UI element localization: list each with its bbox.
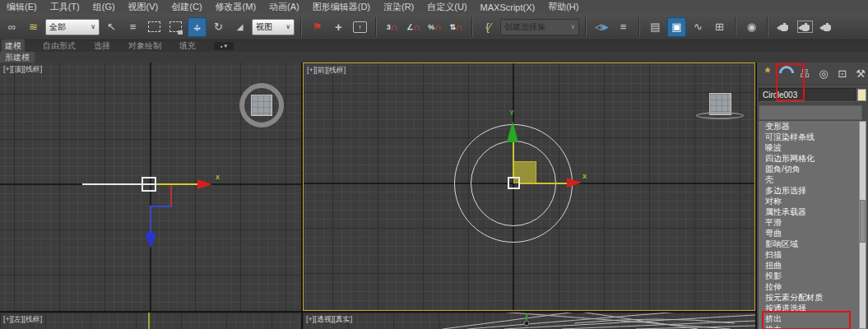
create-tab-icon[interactable]: * (760, 65, 775, 81)
percent-snap-toggle-icon[interactable]: %∩ (425, 17, 444, 37)
select-and-link-icon[interactable]: ∞ (2, 17, 21, 37)
modifier-item[interactable]: 圆角/切角 (759, 164, 859, 174)
viewport-front-label[interactable]: [+][前][线框] (307, 65, 346, 76)
render-production-icon[interactable] (817, 17, 836, 37)
gizmo-y-arrow-icon[interactable] (507, 121, 518, 142)
material-editor-icon[interactable]: ◉ (742, 17, 761, 37)
magnet-icon: ∩ (434, 23, 442, 31)
menu-customize[interactable]: 自定义(U) (420, 1, 473, 13)
select-and-move-button[interactable]: ↔↕ (188, 17, 207, 37)
modifier-item[interactable]: 噪波 (759, 142, 859, 153)
gizmo-plane-handle-red[interactable] (170, 185, 172, 207)
scrollbar-thumb[interactable] (860, 200, 866, 243)
viewport-left[interactable]: [+][左][线框] (0, 313, 301, 329)
modifier-list-dropdown[interactable] (759, 105, 862, 120)
gizmo-x-arrow-icon[interactable] (197, 179, 212, 189)
select-by-name-icon[interactable]: ≡ (123, 17, 142, 37)
gizmo-x-axis[interactable] (156, 183, 197, 185)
ribbon-minimize-dropdown[interactable]: ▪▾ (214, 42, 234, 50)
gizmo-y-axis[interactable] (150, 207, 151, 233)
modifier-item[interactable]: 投影 (759, 271, 859, 281)
modifier-item[interactable]: 多边形选择 (759, 185, 859, 196)
edit-named-selection-sets-icon[interactable]: {∕ (479, 17, 498, 37)
viewcube-face-icon[interactable] (251, 95, 272, 116)
align-icon[interactable]: ≡ (614, 17, 633, 37)
viewport-left-label[interactable]: [+][左][线框] (3, 314, 42, 325)
viewport-front[interactable]: [+][前][线框] Y x (303, 63, 755, 311)
modifier-item[interactable]: 拉伸 (759, 281, 859, 292)
object-name-field[interactable]: Circle003 (759, 88, 856, 102)
menu-help[interactable]: 帮助(H) (541, 1, 585, 13)
motion-tab-icon[interactable]: ◎ (816, 65, 831, 81)
window-crossing-icon[interactable] (166, 17, 185, 37)
mirror-icon[interactable]: ◁▶ (592, 17, 611, 37)
viewcube-compass-icon[interactable] (696, 112, 744, 119)
select-and-rotate-icon[interactable]: ↻ (209, 17, 228, 37)
viewport-perspective-label[interactable]: [+][透视][真实] (306, 314, 352, 325)
bind-to-space-warp-icon[interactable]: ≋ (24, 17, 43, 37)
modifier-item[interactable]: 四边形网格化 (759, 153, 859, 164)
gizmo-y-arrow-icon[interactable] (145, 233, 156, 248)
spinner-snap-toggle-icon[interactable]: ⇅∩ (447, 17, 466, 37)
tab-freeform[interactable]: 自由形式 (43, 40, 76, 52)
spline-edge-on[interactable] (148, 313, 150, 329)
utilities-tab-icon[interactable]: ⚒ (853, 65, 868, 81)
named-selection-set-dropdown[interactable]: 创建选择集 ∨ (500, 19, 579, 35)
schematic-view-icon[interactable]: ⊞ (710, 17, 729, 37)
menu-create[interactable]: 创建(C) (165, 1, 208, 13)
rendered-frame-window-icon[interactable] (796, 17, 815, 37)
modifier-item[interactable]: 按元素分配材质 (759, 292, 859, 303)
modifier-item[interactable]: 扫描 (759, 249, 859, 260)
modifier-item[interactable]: 属性承载器 (759, 206, 859, 217)
menu-modifiers[interactable]: 修改器(M) (209, 1, 263, 13)
select-object-icon[interactable]: ↖ (102, 17, 121, 37)
viewport-top[interactable]: [+][顶][线框] x (0, 63, 301, 311)
object-color-swatch[interactable] (857, 89, 866, 101)
selection-filter-dropdown[interactable]: 全部 ∨ (45, 19, 100, 35)
snap-toggle-3d-icon[interactable]: 3∩ (383, 17, 402, 37)
menu-tools[interactable]: 工具(T) (44, 1, 86, 13)
viewport-top-label[interactable]: [+][顶][线框] (3, 64, 42, 75)
menu-views[interactable]: 视图(V) (122, 1, 165, 13)
menu-rendering[interactable]: 渲染(R) (377, 1, 420, 13)
rectangular-selection-region-icon[interactable] (145, 17, 164, 37)
modifier-item[interactable]: 弯曲 (759, 228, 859, 239)
curve-editor-icon[interactable]: ∿ (689, 17, 708, 37)
tab-populate[interactable]: 填充 (179, 40, 196, 52)
menu-group[interactable]: 组(G) (86, 1, 122, 13)
modifier-item[interactable]: 影响区域 (759, 239, 859, 249)
modifier-item[interactable]: 变形器 (759, 121, 859, 132)
tab-selection[interactable]: 选择 (94, 40, 110, 52)
use-pivot-point-icon[interactable]: ⚑ (308, 17, 327, 37)
modifier-item[interactable]: 壳 (759, 174, 859, 185)
modifier-item[interactable]: 平滑 (759, 217, 859, 228)
coordinate-system-value: 视图 (256, 21, 272, 33)
select-and-scale-icon[interactable]: ◢ (230, 17, 249, 37)
toggle-scene-explorer-button[interactable]: ▣ (667, 17, 686, 37)
toolbar-separator (735, 17, 736, 37)
display-tab-icon[interactable]: ⊡ (835, 65, 850, 81)
menu-animation[interactable]: 动画(A) (262, 1, 306, 13)
select-and-manipulate-icon[interactable]: + (329, 17, 348, 37)
gizmo-plane-handle-blue[interactable] (150, 206, 172, 207)
menu-edit[interactable]: 编辑(E) (0, 1, 44, 13)
chevron-down-icon: ∨ (91, 23, 95, 30)
modifier-item[interactable]: 对称 (759, 196, 859, 206)
command-panel: * 品 ◎ ⊡ ⚒ Circle003 变形器 可渲染样条线 噪波 四边形网格化… (757, 63, 868, 329)
modifier-item[interactable]: 扭曲 (759, 260, 859, 271)
keyboard-shortcut-override-icon[interactable]: ↑ (350, 17, 369, 37)
gizmo-x-axis[interactable] (520, 183, 567, 184)
menu-graph-editors[interactable]: 图形编辑器(D) (306, 1, 377, 13)
viewport-perspective[interactable]: [+][透视][真实] (303, 313, 755, 329)
reference-coordinate-system-dropdown[interactable]: 视图 ∨ (252, 19, 295, 35)
tab-object-paint[interactable]: 对象绘制 (128, 40, 161, 52)
gizmo-x-arrow-icon[interactable] (567, 178, 582, 188)
menu-maxscript[interactable]: MAXScript(X) (474, 2, 542, 12)
layer-manager-icon[interactable]: ▤ (646, 17, 665, 37)
modifier-list-scrollbar[interactable] (859, 121, 866, 329)
polygon-modeling-panel-button[interactable]: 形建模 (0, 52, 35, 63)
perspective-grid-lines (303, 313, 755, 329)
angle-snap-toggle-icon[interactable]: ∠∩ (404, 17, 423, 37)
render-setup-icon[interactable] (774, 17, 793, 37)
modifier-item[interactable]: 可渲染样条线 (759, 132, 859, 142)
